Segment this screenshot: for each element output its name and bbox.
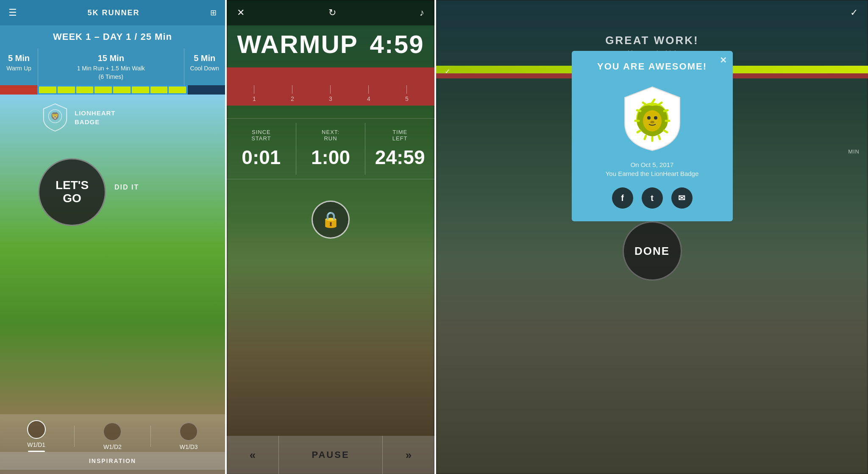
progress-red [0,85,37,95]
yellow-block-1 [39,86,56,93]
stats-row: SINCESTART 0:01 NEXT:RUN 1:00 TIMELEFT 2… [227,118,434,179]
nav-label-w1d1: W1/D1 [27,441,45,448]
modal-date: On Oct 5, 2017 [572,161,733,168]
music-icon[interactable]: ♪ [420,7,424,18]
badge-shield-icon: 🦁 [42,103,68,132]
nav-circle-w1d2 [103,422,122,441]
facebook-icon: f [621,193,624,203]
lets-go-button[interactable]: LET'SGO [38,158,106,226]
achievement-modal: ✕ YOU ARE AWESOME! [572,51,733,221]
pause-button[interactable]: PAUSE [278,436,383,474]
panel3-header: ✓ [436,0,868,25]
svg-point-6 [650,121,654,123]
badge-label: LIONHEARTBADGE [75,109,116,126]
svg-text:🦁: 🦁 [50,112,60,121]
expand-icon[interactable]: ⊞ [210,8,217,17]
badge-area: 🦁 LIONHEARTBADGE [42,103,116,132]
main-sub: 1 Min Run + 1.5 Min Walk [42,65,180,72]
svg-point-4 [647,116,651,120]
nav-item-w1d3[interactable]: W1/D3 [179,422,198,450]
lets-go-label: LET'SGO [56,179,89,205]
hamburger-icon[interactable]: ☰ [8,7,17,18]
refresh-icon[interactable]: ↻ [328,7,336,18]
yellow-block-7 [150,86,168,93]
main-sub2: (6 Times) [42,73,180,80]
tick-4: 4 [367,85,370,102]
nav-underline [28,451,45,452]
progress-bar [0,85,225,95]
close-icon[interactable]: ✕ [237,7,245,18]
yellow-block-4 [95,86,112,93]
done-label: DONE [634,245,670,258]
main-title: 15 Min [42,53,180,63]
panel2-header: ✕ ↻ ♪ [227,0,434,25]
twitter-icon: t [651,193,654,203]
nav-circle-w1d3 [179,422,198,441]
stat-timeleft-label: TIMELEFT [370,129,430,142]
cooldown-title: 5 Min [190,53,219,63]
nav-label-w1d3: W1/D3 [180,443,198,450]
nav-divider-2 [150,426,151,447]
checkmark-icon-right: ✓ [850,7,858,18]
yellow-block-6 [132,86,149,93]
progress-dark [188,85,225,95]
cooldown-sub: Cool Down [190,65,219,72]
tick-1: 1 [253,85,256,102]
stat-since-value: 0:01 [231,146,292,169]
panel2-content: ✕ ↻ ♪ WARMUP 4:59 1 2 [227,0,434,474]
tick-5: 5 [405,85,409,102]
app-title: 5K RUNNER [87,8,139,17]
progress-yellow [37,85,188,95]
svg-point-5 [654,116,657,120]
modal-badge [572,81,733,161]
yellow-block-3 [76,86,94,93]
warmup-ticks: 1 2 3 4 5 [227,85,434,102]
nav-item-w1d1[interactable]: W1/D1 [27,420,46,452]
email-icon: ✉ [678,193,685,203]
warmup-progress-bar: 1 2 3 4 5 [227,67,434,106]
panel-2-workout-active: ✕ ↻ ♪ WARMUP 4:59 1 2 [227,0,434,474]
tick-3: 3 [329,85,332,102]
done-button[interactable]: DONE [623,221,682,281]
week-day-label: WEEK 1 – DAY 1 / 25 Min [0,31,225,42]
stat-next-value: 1:00 [300,146,361,169]
panel2-controls: « PAUSE » [227,436,434,474]
segment-cooldown: 5 Min Cool Down [184,48,225,85]
twitter-share-button[interactable]: t [642,187,663,209]
lock-circle[interactable]: 🔒 [312,201,350,239]
modal-close-button[interactable]: ✕ [720,55,727,65]
inspiration-bar[interactable]: INSPIRATION [0,452,225,470]
previous-button[interactable]: « [227,436,278,474]
stat-timeleft-value: 24:59 [370,146,430,169]
did-it-button[interactable]: DID IT [114,184,139,191]
nav-items: W1/D1 W1/D2 W1/D3 [0,420,225,452]
stat-next-run: NEXT:RUN 1:00 [296,119,365,179]
modal-social-row: f t ✉ [572,187,733,209]
segment-main: 15 Min 1 Min Run + 1.5 Min Walk (6 Times… [38,48,184,85]
nav-item-w1d2[interactable]: W1/D2 [103,422,122,450]
panel1-header: ☰ 5K RUNNER ⊞ [0,0,225,25]
warmup-timer-title: WARMUP 4:59 [237,30,424,59]
facebook-share-button[interactable]: f [612,187,633,209]
inspiration-label: INSPIRATION [89,457,136,464]
lock-icon: 🔒 [321,211,340,229]
stat-since-label: SINCESTART [231,129,292,142]
email-share-button[interactable]: ✉ [671,187,693,209]
stat-time-left: TIMELEFT 24:59 [365,119,434,179]
yellow-block-2 [58,86,75,93]
next-button[interactable]: » [383,436,434,474]
background-image: 🦁 LIONHEARTBADGE LET'SGO DID IT W1/D1 W1… [0,95,225,474]
segment-warmup: 5 Min Warm Up [0,48,38,85]
yellow-block-8 [169,86,186,93]
lock-button[interactable]: 🔒 [312,201,350,239]
modal-earned: You Earned the LionHeart Badge [572,170,733,177]
modal-title: YOU ARE AWESOME! [572,51,733,81]
modal-shield-icon [623,85,682,153]
nav-label-w1d2: W1/D2 [103,443,122,450]
yellow-block-5 [113,86,131,93]
bottom-nav: W1/D1 W1/D2 W1/D3 INSPIRATION [0,414,225,474]
nav-divider-1 [74,426,75,447]
warmup-title: 5 Min [6,53,32,63]
panel-1-workout-overview: ☰ 5K RUNNER ⊞ WEEK 1 – DAY 1 / 25 Min 5 … [0,0,225,474]
stat-since-start: SINCESTART 0:01 [227,119,296,179]
